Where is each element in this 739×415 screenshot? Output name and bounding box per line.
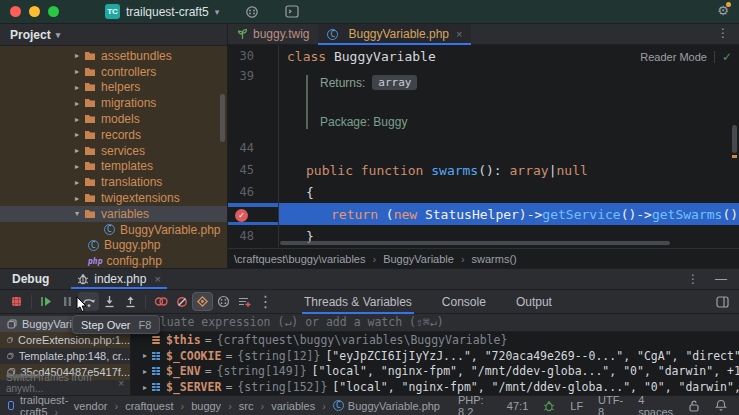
class-icon: C — [333, 400, 344, 411]
vertical-scrollbar[interactable] — [732, 125, 737, 153]
step-out-button[interactable] — [120, 292, 141, 311]
project-square-icon — [8, 401, 14, 410]
status-bar: trailquest-craft5 vendor craftquest bugg… — [0, 395, 739, 415]
tree-item-twigextensions[interactable]: ▸twigextensions — [0, 190, 227, 206]
tab-options-icon[interactable]: ⋮ — [717, 24, 739, 44]
breadcrumb-method[interactable]: swarms() — [472, 253, 531, 265]
tab-output[interactable]: Output — [514, 291, 554, 313]
line-ending-widget[interactable]: LF — [570, 400, 583, 412]
close-hint-icon[interactable]: × — [118, 378, 124, 389]
variable-row-env[interactable]: ▸ $_ENV = {string[149]} ["local", "nginx… — [131, 363, 739, 379]
hide-panel-icon[interactable]: — — [715, 272, 727, 286]
more-options-icon[interactable]: ⋮ — [255, 292, 276, 311]
frame-row[interactable]: CoreExtension.php:1... — [0, 332, 130, 348]
editor-tab-bar: buggy.twig C BuggyVariable.php × ⋮ — [228, 24, 739, 45]
inspection-ok-icon[interactable]: ✓ — [722, 50, 732, 64]
caret-position-widget[interactable]: 47:1 — [507, 400, 528, 412]
php-file-icon: php — [88, 257, 102, 266]
minimize-window-button[interactable] — [29, 6, 40, 17]
horizontal-scrollbar[interactable] — [280, 241, 670, 245]
tree-item-buggy-php[interactable]: CBuggy.php — [0, 238, 227, 254]
step-over-tooltip: Step Over F8 — [72, 315, 160, 334]
variables-panel: Evaluate expression (↵) or add a watch (… — [131, 314, 739, 395]
breadcrumb-namespace[interactable]: \craftquest\buggy\variables — [234, 253, 383, 265]
variable-row-cookie[interactable]: ▸ $_COOKIE = {string[12]} ["eyJpZCI6IjIy… — [131, 348, 739, 364]
debugger-bug-icon — [77, 273, 89, 285]
lock-icon[interactable] — [688, 400, 700, 412]
doc-returns-type-badge: array — [372, 75, 417, 90]
layout-settings-icon[interactable] — [716, 296, 739, 308]
tree-item-buggyvariable-php[interactable]: CBuggyVariable.php — [0, 222, 227, 238]
project-switcher[interactable]: TC trailquest-craft5 ▾ — [105, 4, 219, 19]
encoding-widget[interactable]: UTF-8 — [598, 394, 623, 415]
chevron-down-icon: ▾ — [56, 30, 61, 40]
close-window-button[interactable] — [10, 6, 21, 17]
breakpoint-gutter[interactable]: ✓ — [228, 207, 278, 222]
indent-widget[interactable]: 4 spaces — [638, 394, 673, 415]
close-tab-icon[interactable]: × — [456, 28, 462, 40]
grid-circle-icon[interactable] — [245, 5, 259, 19]
tree-item-translations[interactable]: ▸translations — [0, 174, 227, 190]
code-editor[interactable]: Reader Mode ✓ 30 class BuggyVariable 39 … — [228, 45, 739, 268]
tree-item-helpers[interactable]: ▸helpers — [0, 80, 227, 96]
line-number[interactable]: 30 — [228, 49, 278, 63]
resume-button[interactable] — [36, 292, 57, 311]
project-panel-header[interactable]: Project ▾ — [0, 24, 227, 46]
tab-buggyvariable-php[interactable]: C BuggyVariable.php × — [318, 24, 471, 44]
variable-row-this[interactable]: $this = {craftquest\buggy\variables\Bugg… — [131, 332, 739, 348]
tab-threads-variables[interactable]: Threads & Variables — [302, 291, 414, 313]
line-number[interactable]: 46 — [228, 185, 278, 199]
more-debug-actions-icon[interactable] — [213, 292, 234, 311]
line-number[interactable]: 39 — [228, 67, 278, 137]
class-icon: C — [327, 29, 338, 40]
debug-toolbar: ⋮ Threads & Variables Console Output — [0, 290, 739, 314]
maximize-window-button[interactable] — [48, 6, 59, 17]
doc-returns-label: Returns: — [320, 76, 365, 90]
status-breadcrumbs[interactable]: trailquest-craft5 vendor craftquest bugg… — [8, 394, 458, 415]
doc-comment-block: 39 Returns: array Package: Buggy — [228, 67, 739, 137]
tree-item-assetbundles[interactable]: ▸assetbundles — [0, 48, 227, 64]
line-number[interactable]: 48 — [228, 229, 278, 243]
expand-chevron-icon[interactable]: ▸ — [139, 383, 151, 392]
project-panel-title: Project — [10, 28, 51, 42]
pause-button[interactable] — [57, 292, 78, 311]
tree-item-templates[interactable]: ▸templates — [0, 159, 227, 175]
expand-chevron-icon[interactable]: ▸ — [139, 351, 151, 360]
tree-item-records[interactable]: ▸records — [0, 127, 227, 143]
tree-item-models[interactable]: ▸models — [0, 111, 227, 127]
project-scrollbar[interactable] — [220, 94, 225, 142]
debug-panel-title[interactable]: Debug — [12, 272, 49, 286]
tree-item-services[interactable]: ▸services — [0, 143, 227, 159]
terminal-icon[interactable] — [285, 5, 299, 18]
line-number[interactable]: 45 — [228, 163, 278, 177]
tree-item-variables-selected[interactable]: ▾variables — [0, 206, 227, 222]
evaluate-expression-input[interactable]: Evaluate expression (↵) or add a watch (… — [131, 314, 739, 332]
debug-listen-toggle-button[interactable] — [192, 292, 213, 311]
reader-mode-label[interactable]: Reader Mode — [640, 51, 707, 63]
breakpoint-icon[interactable]: ✓ — [235, 209, 248, 222]
line-number[interactable]: 44 — [228, 141, 278, 155]
debugger-status-bug-icon[interactable] — [543, 400, 555, 412]
php-version-widget[interactable]: PHP: 8.2 — [458, 394, 492, 415]
doc-package: Package: Buggy — [320, 115, 417, 129]
tab-buggy-twig[interactable]: buggy.twig — [228, 24, 318, 44]
mute-breakpoints-button[interactable] — [171, 292, 192, 311]
scrollbar-marker — [732, 155, 737, 158]
tree-item-config-php[interactable]: phpconfig.php — [0, 253, 227, 269]
more-options-icon[interactable]: ⋮ — [687, 272, 699, 286]
breadcrumb-class[interactable]: BuggyVariable — [383, 253, 471, 265]
add-watch-button[interactable] — [234, 292, 255, 311]
view-breakpoints-button[interactable] — [150, 292, 171, 311]
tab-console[interactable]: Console — [440, 291, 488, 313]
class-icon: C — [88, 240, 99, 251]
tree-item-migrations[interactable]: ▸migrations — [0, 95, 227, 111]
stop-button[interactable] — [6, 292, 27, 311]
tree-item-controllers[interactable]: ▸controllers — [0, 64, 227, 80]
settings-gear-icon[interactable]: ⚙ — [717, 3, 729, 18]
expand-chevron-icon[interactable]: ▸ — [139, 367, 151, 376]
close-tab-icon[interactable]: × — [154, 273, 160, 285]
step-into-button[interactable] — [99, 292, 120, 311]
frame-row[interactable]: Template.php:148, cr... — [0, 348, 130, 364]
debug-tab-index-php[interactable]: index.php × — [71, 269, 166, 289]
notifications-bell-icon[interactable] — [715, 399, 727, 412]
